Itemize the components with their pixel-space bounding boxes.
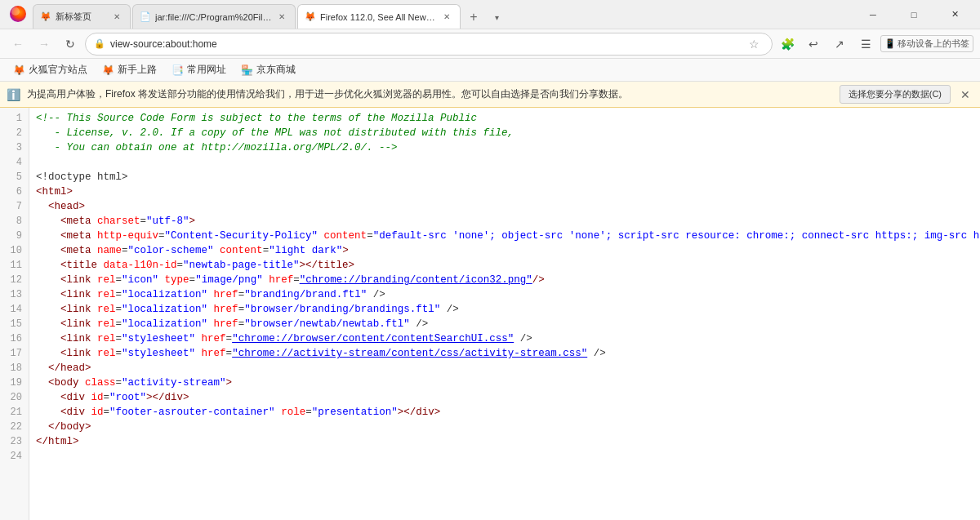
code-punct: = bbox=[238, 318, 245, 330]
mobile-sync-btn[interactable]: 📱 移动设备上的书签 bbox=[880, 35, 973, 52]
code-value: "localization" bbox=[122, 289, 207, 300]
line-number: 4 bbox=[7, 155, 22, 170]
info-bar: ℹ️ 为提高用户体验，Firefox 将发送部分功能的使用情况给我们，用于进一步… bbox=[0, 82, 980, 108]
bookmark-official[interactable]: 🦊 火狐官方站点 bbox=[7, 61, 94, 78]
share-btn[interactable]: ↗ bbox=[828, 33, 851, 56]
tab-jar[interactable]: 📄 jar:file:///C:/Program%20Files/M... ✕ bbox=[132, 4, 296, 29]
code-value: "light dark" bbox=[269, 245, 342, 256]
code-line: - License, v. 2.0. If a copy of the MPL … bbox=[36, 126, 973, 140]
code-text bbox=[195, 348, 202, 359]
back-btn[interactable]: ← bbox=[7, 33, 29, 56]
code-line: - You can obtain one at http://mozilla.o… bbox=[36, 140, 973, 155]
line-number: 5 bbox=[7, 170, 22, 184]
firefox-menu-btn[interactable] bbox=[3, 0, 33, 29]
new-tab-btn[interactable]: + bbox=[462, 6, 485, 29]
bookmark-favicon-2: 🦊 bbox=[102, 64, 114, 76]
code-punct: = bbox=[238, 289, 245, 300]
code-attr: rel bbox=[97, 304, 116, 315]
code-punct: = bbox=[293, 274, 300, 286]
tab-dropdown-btn[interactable]: ▾ bbox=[485, 6, 508, 29]
code-value: "activity-stream" bbox=[122, 377, 226, 389]
code-value: "footer-asrouter-container" bbox=[109, 407, 275, 418]
menu-btn[interactable]: ☰ bbox=[854, 33, 877, 56]
code-tag-close: /> bbox=[532, 274, 545, 286]
code-tag-open: <title bbox=[60, 260, 104, 271]
bookmark-label-4: 京东商城 bbox=[256, 63, 296, 77]
undo-btn[interactable]: ↩ bbox=[802, 33, 825, 56]
line-number: 14 bbox=[7, 302, 22, 317]
bookmark-favicon-1: 🦊 bbox=[13, 64, 25, 76]
code-line: <meta charset="utf-8"> bbox=[36, 214, 973, 229]
line-number: 13 bbox=[7, 287, 22, 302]
line-number: 2 bbox=[7, 126, 22, 140]
code-value: "branding/brand.ftl" bbox=[244, 289, 367, 300]
code-punct: = bbox=[104, 392, 110, 403]
code-tag-close: > bbox=[342, 245, 349, 256]
code-tag: </head> bbox=[48, 362, 91, 374]
code-punct: = bbox=[238, 304, 245, 315]
code-attr: rel bbox=[97, 318, 116, 330]
code-text bbox=[207, 289, 214, 300]
code-line: <meta http-equiv="Content-Security-Polic… bbox=[36, 229, 973, 243]
line-number: 3 bbox=[7, 140, 22, 155]
code-value: "localization" bbox=[122, 304, 207, 315]
info-icon: ℹ️ bbox=[7, 88, 20, 101]
line-number: 22 bbox=[7, 420, 22, 434]
minimize-btn[interactable]: ─ bbox=[854, 0, 892, 29]
code-tag-open: <link bbox=[60, 289, 97, 300]
tab-close-btn-3[interactable]: ✕ bbox=[440, 11, 453, 24]
code-value: "icon" bbox=[122, 274, 158, 286]
reload-btn[interactable]: ↻ bbox=[59, 33, 82, 56]
close-btn[interactable]: ✕ bbox=[936, 0, 973, 29]
code-punct: = bbox=[116, 274, 122, 286]
code-text bbox=[36, 407, 60, 418]
code-text bbox=[275, 407, 282, 418]
code-attr: data-l10n-id bbox=[104, 260, 177, 271]
bookmark-jd[interactable]: 🏪 京东商城 bbox=[234, 61, 302, 78]
code-tag-open: <link bbox=[60, 333, 97, 344]
code-text bbox=[36, 392, 60, 403]
forward-btn[interactable]: → bbox=[33, 33, 56, 56]
code-link[interactable]: "chrome://browser/content/contentSearchU… bbox=[232, 333, 514, 344]
bookmark-favicon-3: 📑 bbox=[172, 64, 184, 76]
code-text bbox=[214, 245, 220, 256]
code-punct: = bbox=[116, 348, 122, 359]
code-content: <!-- This Source Code Form is subject to… bbox=[29, 108, 980, 520]
maximize-btn[interactable]: □ bbox=[895, 0, 933, 29]
code-tag-open: <meta bbox=[60, 230, 97, 242]
code-punct: = bbox=[104, 407, 110, 418]
extensions-btn[interactable]: 🧩 bbox=[776, 33, 799, 56]
code-tag: </html> bbox=[36, 436, 79, 447]
code-attr: class bbox=[85, 377, 116, 389]
code-attr: http-equiv bbox=[97, 230, 158, 242]
share-data-btn[interactable]: 选择您要分享的数据(C) bbox=[840, 85, 951, 104]
tab-firefox-news[interactable]: 🦊 Firefox 112.0, See All New Fe... ✕ bbox=[297, 4, 461, 29]
info-close-btn[interactable]: ✕ bbox=[957, 87, 973, 103]
code-link[interactable]: "chrome://activity-stream/content/css/ac… bbox=[232, 348, 587, 359]
window-controls: ─ □ ✕ bbox=[848, 0, 980, 29]
code-attr: href bbox=[202, 333, 226, 344]
bookmark-favicon-4: 🏪 bbox=[241, 64, 253, 76]
code-line: <head> bbox=[36, 199, 973, 214]
code-punct: = bbox=[189, 274, 196, 286]
code-comment: - License, v. 2.0. If a copy of the MPL … bbox=[36, 127, 514, 139]
code-line: <body class="activity-stream"> bbox=[36, 376, 973, 390]
bookmark-common[interactable]: 📑 常用网址 bbox=[165, 61, 233, 78]
code-link[interactable]: "chrome://branding/content/icon32.png" bbox=[300, 274, 532, 286]
tab-new-tab[interactable]: 🦊 新标签页 ✕ bbox=[33, 4, 131, 29]
code-attr: href bbox=[214, 304, 238, 315]
code-text: /> bbox=[410, 318, 429, 330]
tab-favicon-2: 📄 bbox=[140, 11, 151, 23]
code-text: /> bbox=[440, 304, 459, 315]
address-bar[interactable]: 🔒 view-source:about:home ☆ bbox=[85, 33, 773, 56]
line-number: 6 bbox=[7, 184, 22, 199]
tab-close-btn[interactable]: ✕ bbox=[110, 11, 123, 24]
code-value: "localization" bbox=[122, 318, 207, 330]
bookmark-start[interactable]: 🦊 新手上路 bbox=[96, 61, 163, 78]
code-line: <link rel="localization" href="browser/b… bbox=[36, 302, 973, 317]
tab-close-btn-2[interactable]: ✕ bbox=[275, 11, 288, 24]
bookmark-star-btn[interactable]: ☆ bbox=[744, 34, 764, 54]
code-attr: name bbox=[97, 245, 122, 256]
code-punct: = bbox=[116, 289, 122, 300]
code-text bbox=[36, 245, 60, 256]
